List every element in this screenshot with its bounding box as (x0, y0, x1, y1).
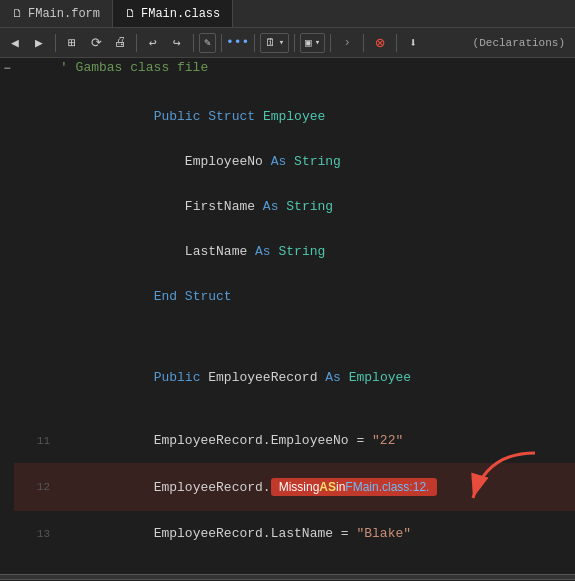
line-field-1: EmployeeNo As String (14, 139, 575, 184)
sep2 (136, 34, 137, 52)
declarations-label: (Declarations) (473, 37, 571, 49)
redo-btn[interactable]: ↪ (166, 32, 188, 54)
minus-icon-1: − (3, 62, 10, 76)
sep8 (363, 34, 364, 52)
sep4 (221, 34, 222, 52)
tab-fmain-form-label: FMain.form (28, 7, 100, 21)
line-field-3: LastName As String (14, 229, 575, 274)
field-2-text: FirstName As String (60, 184, 333, 229)
section-1: − ' Gambas class file Public Struct Empl… (0, 58, 575, 574)
sep9 (396, 34, 397, 52)
section-1-code: ' Gambas class file Public Struct Employ… (14, 58, 575, 574)
sep6 (294, 34, 295, 52)
line-field-2: FirstName As String (14, 184, 575, 229)
comment-text: ' Gambas class file (60, 60, 208, 75)
decl-text: Public EmployeeRecord As Employee (60, 355, 411, 400)
print-btn[interactable]: 🖨 (109, 32, 131, 54)
tab-fmain-class[interactable]: 🗋 FMain.class (113, 0, 233, 27)
line-blank-4 (14, 400, 575, 418)
line-num-12: 12 (22, 481, 50, 493)
sep5 (254, 34, 255, 52)
line-blank-1 (14, 76, 575, 94)
new-btn[interactable]: ⊞ (61, 32, 83, 54)
nav-forward-btn[interactable]: ▶ (28, 32, 50, 54)
error-tooltip: Missing AS in FMain.class:12. (271, 478, 438, 496)
editor: − ' Gambas class file Public Struct Empl… (0, 58, 575, 581)
pencil-icon: ✎ (204, 36, 211, 49)
location-text: FMain.class:12. (345, 480, 429, 494)
tick-btn[interactable]: › (336, 32, 358, 54)
check-chevron-icon: ▾ (315, 37, 320, 48)
sep7 (330, 34, 331, 52)
error-line-text: EmployeeRecord. Missing AS in FMain.clas… (60, 463, 437, 511)
line-blank-3 (14, 337, 575, 355)
line-blank-5 (14, 556, 575, 574)
line-end-struct: End Struct (14, 274, 575, 319)
line-num-11: 11 (22, 435, 50, 447)
class-tab-icon: 🗋 (125, 7, 136, 20)
nav-back-btn[interactable]: ◀ (4, 32, 26, 54)
collapse-gutter-1: − (0, 58, 14, 78)
form-tab-icon: 🗋 (12, 7, 23, 20)
line-assign-1: 11 EmployeeRecord.EmployeeNo = "22" (14, 418, 575, 463)
assign-3-text: EmployeeRecord.LastName = "Blake" (60, 511, 411, 556)
checkmark-combo[interactable]: ▣ ▾ (300, 33, 325, 53)
line-error: 12 EmployeeRecord. Missing AS in FMain.c… (14, 463, 575, 511)
undo-btn[interactable]: ↩ (142, 32, 164, 54)
in-text: in (336, 480, 345, 494)
download-btn[interactable]: ⬇ (402, 32, 424, 54)
calendar-icon: 🗓 (265, 36, 276, 49)
tab-fmain-form[interactable]: 🗋 FMain.form (0, 0, 113, 27)
sep3 (193, 34, 194, 52)
field-3-text: LastName As String (60, 229, 325, 274)
check-icon: ▣ (305, 36, 312, 49)
tab-bar: 🗋 FMain.form 🗋 FMain.class (0, 0, 575, 28)
dots-btn[interactable]: ••• (227, 32, 249, 54)
calendar-combo[interactable]: 🗓 ▾ (260, 33, 289, 53)
collapse-btn-1[interactable]: − (0, 60, 14, 78)
error-btn[interactable]: ⊗ (369, 32, 391, 54)
toolbar: ◀ ▶ ⊞ ⟳ 🖨 ↩ ↪ ✎ ••• 🗓 ▾ ▣ ▾ › ⊗ ⬇ (Decla… (0, 28, 575, 58)
line-num-13: 13 (22, 528, 50, 540)
code-combo[interactable]: ✎ (199, 33, 216, 53)
line-struct-start: Public Struct Employee (14, 94, 575, 139)
line-decl: Public EmployeeRecord As Employee (14, 355, 575, 400)
field-1-text: EmployeeNo As String (60, 139, 341, 184)
line-blank-2 (14, 319, 575, 337)
chevron-icon: ▾ (279, 37, 284, 48)
line-assign-3: 13 EmployeeRecord.LastName = "Blake" (14, 511, 575, 556)
end-struct-text: End Struct (60, 274, 232, 319)
missing-text: Missing (279, 480, 320, 494)
sep1 (55, 34, 56, 52)
line-comment: ' Gambas class file (14, 58, 575, 76)
reload-btn[interactable]: ⟳ (85, 32, 107, 54)
assign-1-text: EmployeeRecord.EmployeeNo = "22" (60, 418, 403, 463)
struct-start-text: Public Struct Employee (60, 94, 325, 139)
as-keyword: AS (319, 480, 336, 494)
tab-fmain-class-label: FMain.class (141, 7, 220, 21)
code-area[interactable]: − ' Gambas class file Public Struct Empl… (0, 58, 575, 581)
